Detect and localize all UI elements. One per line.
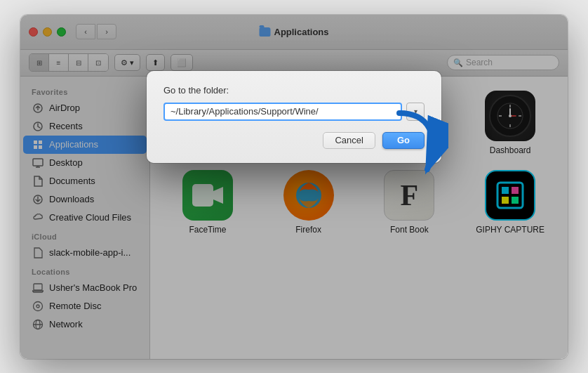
dialog-overlay: Go to the folder: ▾ Cancel Go xyxy=(20,15,568,359)
cancel-button[interactable]: Cancel xyxy=(323,132,375,149)
dialog-title: Go to the folder: xyxy=(163,85,425,96)
dialog-input-row: ▾ xyxy=(163,103,425,121)
finder-window: ‹ › Applications ⊞ ≡ ⊟ ⊡ ⚙ ▾ ⬆ ⬜ 🔍 Searc… xyxy=(20,15,568,359)
dropdown-button[interactable]: ▾ xyxy=(406,103,425,121)
goto-folder-dialog: Go to the folder: ▾ Cancel Go xyxy=(147,71,441,163)
dialog-buttons: Cancel Go xyxy=(163,132,425,149)
go-button[interactable]: Go xyxy=(382,132,425,149)
folder-path-input[interactable] xyxy=(163,103,402,121)
